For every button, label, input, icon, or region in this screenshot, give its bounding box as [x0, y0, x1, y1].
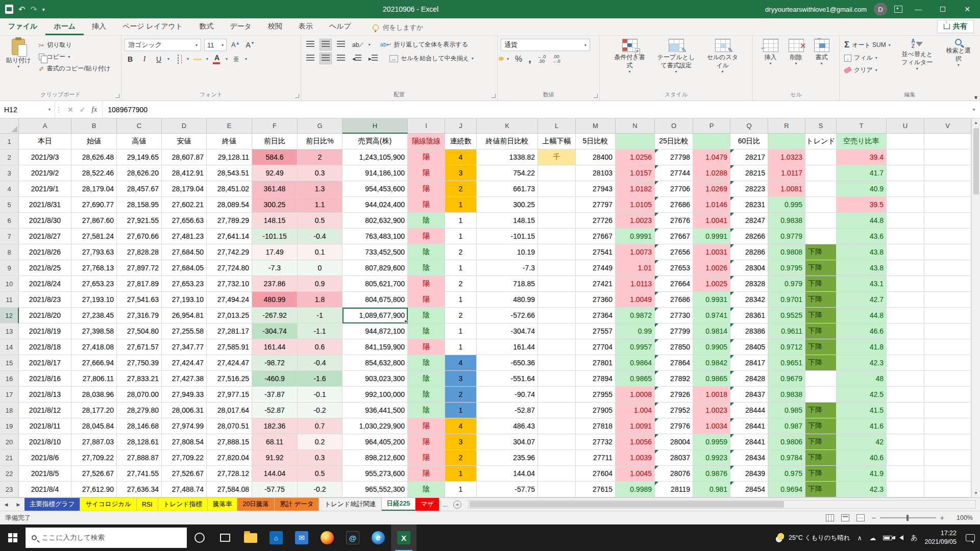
normal-view-icon[interactable] [826, 514, 834, 521]
cell-I22[interactable]: 陽 [408, 466, 445, 482]
cell-N4[interactable]: 1.0182 [616, 181, 655, 197]
cell-K7[interactable]: -101.15 [477, 229, 538, 244]
row-header-17[interactable]: 17 [0, 387, 19, 403]
cell-B2[interactable]: 28,626.48 [71, 149, 117, 165]
cell-F17[interactable]: -37.87 [252, 387, 298, 403]
cell-J22[interactable]: 1 [445, 466, 477, 482]
cell-N11[interactable]: 1.0049 [616, 292, 655, 308]
cell-C2[interactable]: 29,149.65 [117, 149, 162, 165]
cell-V18[interactable] [924, 403, 971, 418]
cell-M18[interactable]: 27905 [576, 403, 616, 418]
cell-K12[interactable]: -572.66 [477, 308, 538, 323]
cell-J8[interactable]: 2 [445, 244, 477, 260]
cell-U20[interactable] [887, 434, 924, 450]
action-center-icon[interactable] [966, 534, 975, 541]
cell-V15[interactable] [924, 355, 971, 371]
cell-G15[interactable]: -0.4 [298, 355, 342, 371]
row-header-13[interactable]: 13 [0, 323, 19, 339]
start-button[interactable] [0, 524, 26, 551]
cell-B11[interactable]: 27,193.10 [71, 292, 117, 308]
cell-R23[interactable]: 0.9694 [768, 482, 805, 497]
cell-L16[interactable] [538, 371, 576, 387]
ribbon-tab-review[interactable]: 校閲 [260, 19, 290, 35]
column-header-O[interactable]: O [655, 118, 693, 134]
cell-K3[interactable]: 754.22 [477, 165, 538, 181]
cell-M15[interactable]: 27801 [576, 355, 616, 371]
cell-H11[interactable]: 804,675,800 [342, 292, 408, 308]
cell-B17[interactable]: 28,038.96 [71, 387, 117, 403]
row-header-3[interactable]: 3 [0, 165, 19, 181]
cell-F22[interactable]: 144.04 [252, 466, 298, 482]
delete-cells-button[interactable]: ✕ 削除▾ [786, 38, 807, 67]
cell-M21[interactable]: 27711 [576, 450, 616, 466]
cell-N22[interactable]: 1.0045 [616, 466, 655, 482]
comma-style-button[interactable]: , [528, 53, 531, 65]
scroll-down-icon[interactable]: ▼ [972, 489, 980, 497]
cell-S22[interactable]: 下降 [805, 466, 837, 482]
format-painter-button[interactable]: ✎書式のコピー/貼り付け [37, 63, 112, 74]
cell-F7[interactable]: -101.15 [252, 229, 298, 244]
formula-input[interactable]: 1089677900 [103, 101, 968, 118]
cell-F5[interactable]: 300.25 [252, 197, 298, 213]
cell-D9[interactable]: 27,684.05 [162, 260, 207, 276]
cell-U12[interactable] [887, 308, 924, 323]
cell-G1[interactable]: 前日比% [298, 134, 342, 149]
cell-F1[interactable]: 前日比 [252, 134, 298, 149]
cell-V3[interactable] [924, 165, 971, 181]
ribbon-tab-view[interactable]: 表示 [290, 19, 321, 35]
cell-Q2[interactable]: 28217 [730, 149, 768, 165]
cell-S12[interactable]: 下降 [805, 308, 837, 323]
cell-F21[interactable]: 91.92 [252, 450, 298, 466]
cell-U19[interactable] [887, 418, 924, 434]
column-header-A[interactable]: A [19, 118, 71, 134]
cell-V19[interactable] [924, 418, 971, 434]
cell-J20[interactable]: 3 [445, 434, 477, 450]
page-break-view-icon[interactable] [856, 514, 865, 521]
cell-T16[interactable]: 48 [837, 371, 887, 387]
cell-M2[interactable]: 28400 [576, 149, 616, 165]
cell-Q15[interactable]: 28417 [730, 355, 768, 371]
cell-U14[interactable] [887, 339, 924, 355]
cell-T13[interactable]: 46.6 [837, 323, 887, 339]
cell-I14[interactable]: 陽 [408, 339, 445, 355]
cell-I9[interactable]: 陰 [408, 260, 445, 276]
cell-Q13[interactable]: 28386 [730, 323, 768, 339]
cell-O9[interactable]: 27653 [655, 260, 693, 276]
onedrive-cloud-icon[interactable]: ☁ [869, 534, 876, 542]
cell-V8[interactable] [924, 244, 971, 260]
cell-S18[interactable]: 下降 [805, 403, 837, 418]
cell-S10[interactable]: 下降 [805, 276, 837, 292]
cell-J7[interactable]: 1 [445, 229, 477, 244]
cell-N1[interactable] [616, 134, 655, 149]
battery-icon[interactable] [883, 536, 892, 540]
select-all-corner[interactable] [0, 118, 19, 134]
cell-C13[interactable]: 27,504.80 [117, 323, 162, 339]
cell-J21[interactable]: 2 [445, 450, 477, 466]
cell-L11[interactable] [538, 292, 576, 308]
cell-C18[interactable]: 28,279.80 [117, 403, 162, 418]
cell-P14[interactable]: 0.9905 [693, 339, 730, 355]
row-header-14[interactable]: 14 [0, 339, 19, 355]
cell-N18[interactable]: 1.004 [616, 403, 655, 418]
cell-Q11[interactable]: 28342 [730, 292, 768, 308]
cell-G14[interactable]: 0.6 [298, 339, 342, 355]
cell-U13[interactable] [887, 323, 924, 339]
format-cells-button[interactable]: ↔ 書式▾ [811, 38, 832, 67]
tell-me-search[interactable]: 何をしますか [373, 23, 424, 32]
taskbar-app-store[interactable]: ⌂ [263, 524, 289, 551]
cell-D15[interactable]: 27,424.47 [162, 355, 207, 371]
sheet-tab-trend-indicator[interactable]: トレンド指標 [158, 498, 208, 511]
weather-widget[interactable]: 25°C くもりのち晴れ [775, 533, 850, 542]
cell-I10[interactable]: 陽 [408, 276, 445, 292]
cell-T12[interactable]: 44.8 [837, 308, 887, 323]
cell-D6[interactable]: 27,656.63 [162, 213, 207, 229]
cell-H21[interactable]: 898,212,600 [342, 450, 408, 466]
cell-N13[interactable]: 0.99 [616, 323, 655, 339]
cell-N15[interactable]: 0.9864 [616, 355, 655, 371]
cell-D18[interactable]: 28,006.31 [162, 403, 207, 418]
cell-Q7[interactable]: 28266 [730, 229, 768, 244]
column-header-P[interactable]: P [693, 118, 730, 134]
taskbar-app-excel[interactable]: X [391, 524, 416, 551]
cell-A10[interactable]: 2021/8/24 [19, 276, 71, 292]
cell-Q19[interactable]: 28441 [730, 418, 768, 434]
